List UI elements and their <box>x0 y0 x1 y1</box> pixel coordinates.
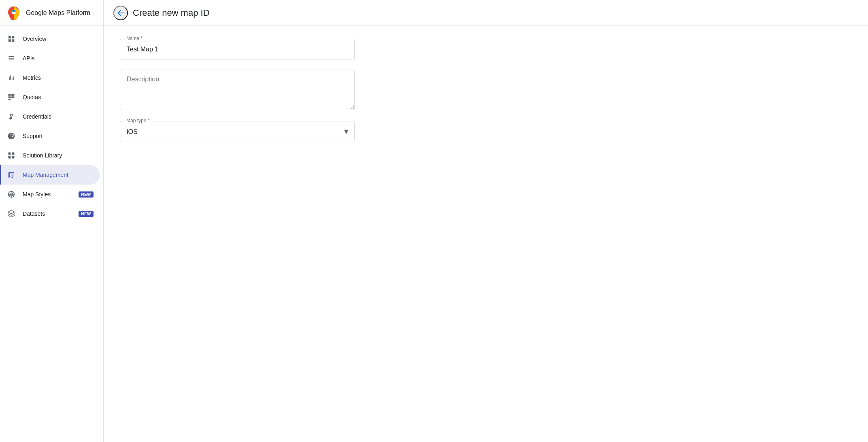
svg-point-5 <box>11 114 13 116</box>
overview-icon <box>6 34 16 44</box>
svg-rect-9 <box>12 156 15 159</box>
name-field: Name * <box>120 39 452 60</box>
sidebar-item-overview[interactable]: Overview <box>0 29 100 49</box>
map-management-icon <box>6 170 16 180</box>
sidebar-item-quotas[interactable]: Quotas <box>0 87 100 107</box>
sidebar-item-credentials-label: Credentials <box>23 113 94 120</box>
sidebar-item-apis-label: APIs <box>23 55 94 62</box>
svg-rect-1 <box>9 96 11 98</box>
sidebar-nav: Overview APIs Metrics Quotas <box>0 26 103 442</box>
apis-icon <box>6 53 16 63</box>
credentials-icon <box>6 112 16 121</box>
sidebar-item-metrics[interactable]: Metrics <box>0 68 100 87</box>
svg-rect-7 <box>12 153 15 155</box>
sidebar-item-map-styles-label: Map Styles <box>23 191 72 198</box>
main-header: Create new map ID <box>104 0 868 26</box>
sidebar-item-overview-label: Overview <box>23 36 94 42</box>
sidebar-item-solution-library[interactable]: Solution Library <box>0 146 100 165</box>
sidebar-item-support[interactable]: Support <box>0 126 100 146</box>
back-button[interactable] <box>113 6 128 20</box>
svg-rect-3 <box>11 94 15 96</box>
solution-library-icon <box>6 151 16 160</box>
main-content: Create new map ID Name * Map type * Java… <box>104 0 868 442</box>
sidebar-item-quotas-label: Quotas <box>23 94 94 100</box>
metrics-icon <box>6 73 16 83</box>
page-title: Create new map ID <box>133 8 210 18</box>
datasets-icon <box>6 209 16 219</box>
sidebar-item-map-styles[interactable]: Map Styles NEW <box>0 185 100 204</box>
sidebar-item-datasets[interactable]: Datasets NEW <box>0 204 100 223</box>
sidebar-item-credentials[interactable]: Credentials <box>0 107 100 126</box>
support-icon <box>6 131 16 141</box>
sidebar: Google Maps Platform Overview APIs Metri… <box>0 0 104 442</box>
sidebar-item-solution-library-label: Solution Library <box>23 152 94 159</box>
quotas-icon <box>6 92 16 102</box>
sidebar-item-apis[interactable]: APIs <box>0 49 100 68</box>
map-type-select-wrapper: JavaScript Android iOS ▼ <box>120 121 355 142</box>
description-field <box>120 70 452 111</box>
sidebar-item-map-management-label: Map Management <box>23 172 94 178</box>
name-input[interactable] <box>120 39 355 60</box>
datasets-new-badge: NEW <box>79 211 94 217</box>
map-type-label: Map type * <box>125 118 151 123</box>
sidebar-item-support-label: Support <box>23 133 94 139</box>
svg-rect-6 <box>9 153 11 155</box>
name-label: Name * <box>125 36 144 41</box>
svg-rect-0 <box>9 94 11 96</box>
map-styles-new-badge: NEW <box>79 191 94 198</box>
description-textarea[interactable] <box>120 70 355 110</box>
map-type-field: Map type * JavaScript Android iOS ▼ <box>120 121 452 142</box>
sidebar-header: Google Maps Platform <box>0 0 103 26</box>
form-area: Name * Map type * JavaScript Android iOS… <box>104 26 468 165</box>
back-arrow-icon <box>116 8 126 18</box>
sidebar-item-datasets-label: Datasets <box>23 210 72 217</box>
google-maps-logo <box>6 6 21 20</box>
app-title: Google Maps Platform <box>26 9 90 17</box>
sidebar-item-map-management[interactable]: Map Management <box>0 165 100 185</box>
map-styles-icon <box>6 189 16 199</box>
sidebar-item-metrics-label: Metrics <box>23 74 94 81</box>
svg-rect-4 <box>11 96 15 98</box>
svg-rect-2 <box>9 99 11 100</box>
map-type-select[interactable]: JavaScript Android iOS <box>120 121 355 142</box>
svg-rect-8 <box>9 156 11 159</box>
